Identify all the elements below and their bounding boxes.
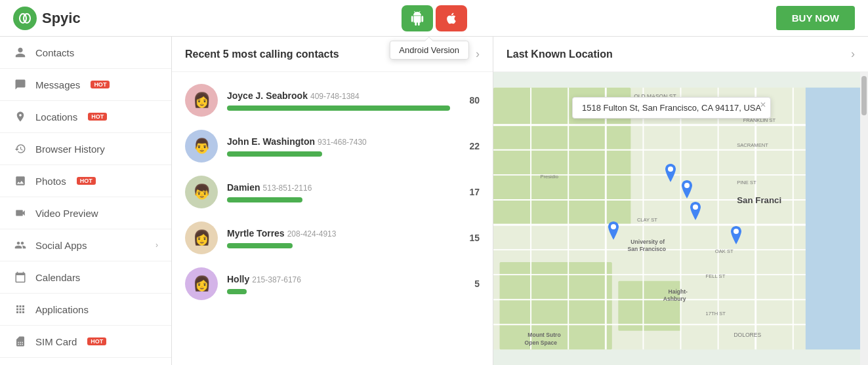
contact-avatar-3: 👩 (185, 221, 218, 254)
contacts-list: 👩Joyce J. Seabrook409-748-138480👨John E.… (172, 72, 493, 365)
contact-bar-2 (227, 197, 302, 202)
browser-history-icon (13, 142, 28, 156)
contact-phone-3: 208-424-4913 (287, 229, 337, 239)
ios-platform-button[interactable] (436, 5, 467, 31)
contact-bar-0 (227, 106, 450, 111)
sidebar-item-social-apps[interactable]: Social Apps › (0, 229, 171, 261)
map-container[interactable]: OLD MASON ST FRANKLIN ST SACRAMENT PINE … (493, 72, 868, 365)
sidebar-item-locations[interactable]: Locations HOT (0, 101, 171, 133)
map-background: OLD MASON ST FRANKLIN ST SACRAMENT PINE … (493, 72, 868, 365)
map-arrow-icon[interactable]: › (851, 47, 855, 61)
svg-text:CLAY ST: CLAY ST (637, 217, 657, 223)
contact-count-4: 5 (461, 279, 480, 289)
contact-bar-wrap-1 (227, 151, 452, 157)
svg-text:San Francisco: San Francisco (628, 246, 666, 252)
buy-now-button[interactable]: BUY NOW (776, 6, 855, 30)
messages-icon (13, 77, 28, 92)
svg-text:FELL ST: FELL ST (706, 273, 726, 279)
contact-info-3: Myrtle Torres208-424-4913 (227, 227, 452, 248)
contact-info-1: John E. Washington931-468-7430 (227, 136, 452, 157)
sim-card-icon (13, 334, 28, 349)
svg-text:San Franci: San Franci (737, 195, 781, 205)
main-layout: Contacts Messages HOT Locations HOT Brow… (0, 37, 868, 365)
contact-info-2: Damien513-851-2116 (227, 182, 452, 202)
contact-item-4[interactable]: 👩Holly215-387-61765 (172, 261, 493, 307)
photos-hot-badge: HOT (77, 177, 96, 185)
contact-item-0[interactable]: 👩Joyce J. Seabrook409-748-138480 (172, 77, 493, 123)
contact-bar-1 (227, 151, 322, 157)
sidebar-label-photos: Photos (35, 176, 66, 187)
contact-bar-wrap-0 (227, 106, 452, 111)
map-pin-2[interactable] (679, 180, 695, 201)
map-pin-5[interactable] (728, 226, 744, 247)
svg-text:Presidio: Presidio (540, 174, 558, 180)
contact-phone-1: 931-468-7430 (318, 138, 367, 147)
svg-text:17TH ST: 17TH ST (706, 311, 726, 317)
sidebar-item-video-preview[interactable]: Video Preview (0, 197, 171, 229)
contact-bar-wrap-3 (227, 243, 452, 248)
sidebar-label-video-preview: Video Preview (35, 208, 98, 219)
map-scrollbar[interactable] (860, 72, 868, 365)
contact-name-0: Joyce J. Seabrook409-748-1384 (227, 90, 360, 101)
contact-item-2[interactable]: 👦Damien513-851-211617 (172, 169, 493, 215)
photos-icon (13, 174, 28, 188)
sidebar-item-calendars[interactable]: Calendars (0, 261, 171, 294)
map-title: Last Known Location (506, 48, 613, 60)
messages-hot-badge: HOT (91, 81, 110, 88)
android-tooltip: Android Version (389, 41, 469, 60)
sidebar-label-social-apps: Social Apps (35, 240, 87, 251)
scrollbar-thumb (861, 76, 867, 115)
location-popup: ✕ 1518 Fulton St, San Francisco, CA 9411… (572, 97, 771, 119)
app-header: Spyic Android Version BUY NOW (0, 0, 868, 37)
sidebar-item-keylogger[interactable]: Keylogger HOT (0, 358, 171, 365)
sidebar-label-applications: Applications (35, 304, 89, 315)
sidebar-label-sim-card: SIM Card (35, 336, 77, 347)
sidebar-item-applications[interactable]: Applications (0, 294, 171, 326)
locations-hot-badge: HOT (88, 113, 107, 121)
sidebar-item-messages[interactable]: Messages HOT (0, 69, 171, 101)
contact-phone-0: 409-748-1384 (310, 92, 360, 101)
sidebar-label-calendars: Calendars (35, 272, 80, 283)
contact-name-3: Myrtle Torres208-424-4913 (227, 228, 336, 239)
contact-name-2: Damien513-851-2116 (227, 182, 312, 193)
sidebar-item-sim-card[interactable]: SIM Card HOT (0, 326, 171, 358)
contact-phone-2: 513-851-2116 (263, 183, 312, 193)
svg-rect-6 (806, 88, 868, 350)
contacts-panel-title: Recent 5 most calling contacts (185, 48, 339, 60)
contact-info-4: Holly215-387-6176 (227, 273, 452, 294)
contact-item-1[interactable]: 👨John E. Washington931-468-743022 (172, 123, 493, 169)
sidebar-item-photos[interactable]: Photos HOT (0, 165, 171, 197)
sidebar-item-contacts[interactable]: Contacts (0, 37, 171, 69)
sidebar-label-browser-history: Browser History (35, 144, 105, 155)
popup-close-icon[interactable]: ✕ (760, 100, 766, 109)
contact-bar-4 (227, 289, 247, 294)
map-pin-1[interactable] (663, 164, 678, 185)
logo-text: Spyic (42, 10, 81, 27)
sidebar-item-browser-history[interactable]: Browser History (0, 133, 171, 165)
sidebar: Contacts Messages HOT Locations HOT Brow… (0, 37, 172, 365)
android-platform-button[interactable] (402, 5, 433, 31)
map-pin-3[interactable] (688, 202, 703, 223)
sim-card-hot-badge: HOT (87, 337, 106, 345)
map-panel: Last Known Location › (493, 37, 868, 365)
contact-bar-3 (227, 243, 293, 248)
locations-icon (13, 109, 28, 124)
sidebar-label-contacts: Contacts (35, 47, 74, 58)
svg-text:Open Space: Open Space (525, 339, 558, 346)
map-pin-4[interactable] (606, 221, 621, 242)
sidebar-label-messages: Messages (35, 79, 80, 90)
svg-point-44 (611, 224, 616, 229)
contacts-panel-arrow-icon[interactable]: › (476, 47, 480, 61)
svg-text:DOLORES: DOLORES (734, 332, 761, 338)
contact-item-3[interactable]: 👩Myrtle Torres208-424-491315 (172, 215, 493, 261)
social-apps-icon (13, 238, 28, 252)
contact-avatar-4: 👩 (185, 267, 218, 300)
svg-text:Ashbury: Ashbury (663, 296, 686, 302)
sidebar-label-locations: Locations (35, 111, 77, 123)
contact-info-0: Joyce J. Seabrook409-748-1384 (227, 90, 452, 111)
svg-text:SACRAMENT: SACRAMENT (737, 142, 768, 148)
svg-text:Haight-: Haight- (668, 288, 688, 295)
contact-count-3: 15 (461, 233, 480, 243)
contact-count-1: 22 (461, 141, 480, 151)
location-address: 1518 Fulton St, San Francisco, CA 94117,… (582, 103, 761, 113)
